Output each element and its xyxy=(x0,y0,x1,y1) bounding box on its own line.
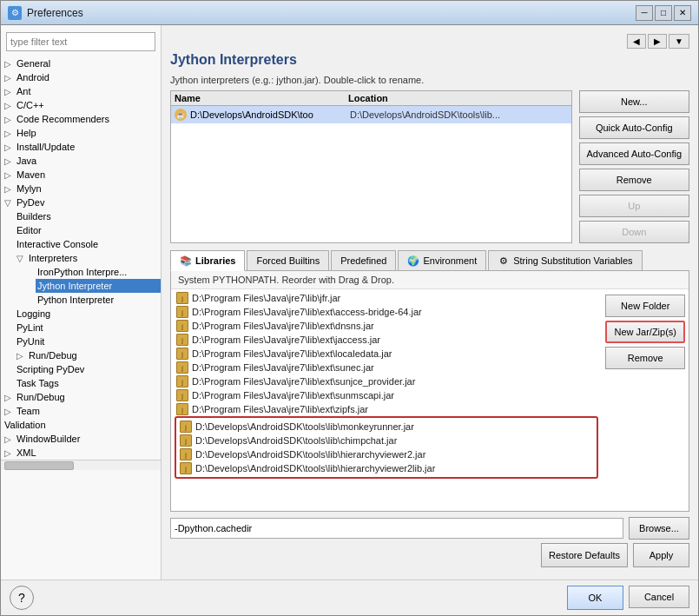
sidebar-item-pyunit[interactable]: PyUnit xyxy=(15,334,161,348)
sidebar-label-builders: Builders xyxy=(16,211,51,222)
lib-item-6[interactable]: j D:\Program Files\Java\jre7\lib\ext\sun… xyxy=(175,374,598,388)
jar-icon-2: j xyxy=(176,320,188,332)
sidebar-item-ironpython[interactable]: IronPython Interpre... xyxy=(36,265,161,279)
sidebar-item-windowbuilder[interactable]: ▷ WindowBuilder xyxy=(1,432,161,446)
expand-arrow-mylyn: ▷ xyxy=(4,184,15,194)
help-button[interactable]: ? xyxy=(10,586,34,610)
new-jar-zip-button[interactable]: New Jar/Zip(s) xyxy=(605,321,685,343)
sidebar-label-team: Team xyxy=(16,406,40,416)
sidebar-item-jython[interactable]: Jython Interpreter xyxy=(36,279,161,293)
restore-apply-bar: Restore Defaults Apply xyxy=(170,543,689,571)
sidebar-item-xml[interactable]: ▷ XML xyxy=(1,446,161,460)
highlighted-lib-group: j D:\Develops\AndroidSDK\tools\lib\monke… xyxy=(175,416,598,479)
tab-environment[interactable]: 🌍 Environment xyxy=(398,250,486,270)
sidebar-item-general[interactable]: ▷ General xyxy=(1,56,161,70)
interp-table-header: Name Location xyxy=(171,91,571,106)
tab-libraries[interactable]: 📚 Libraries xyxy=(170,250,245,271)
new-folder-button[interactable]: New Folder xyxy=(605,295,685,317)
filter-input[interactable] xyxy=(6,32,155,51)
maximize-button[interactable]: □ xyxy=(655,5,672,21)
sidebar-item-python[interactable]: Python Interpreter xyxy=(36,293,161,307)
sidebar-item-pylint[interactable]: PyLint xyxy=(15,321,161,334)
sidebar-scrollbar-h[interactable] xyxy=(1,460,161,470)
sidebar-label-editor: Editor xyxy=(16,225,42,235)
sidebar-item-maven[interactable]: ▷ Maven xyxy=(1,168,161,182)
sidebar-item-tasktags[interactable]: Task Tags xyxy=(15,376,161,390)
preferences-dialog: ⚙ Preferences ─ □ ✕ ▷ General ▷ Android xyxy=(0,0,699,616)
sidebar-item-interactive[interactable]: Interactive Console xyxy=(15,237,161,251)
sidebar-item-interpreters[interactable]: ▽ Interpreters xyxy=(15,251,161,265)
advanced-auto-config-button[interactable]: Advanced Auto-Config xyxy=(579,142,689,165)
tab-predefined[interactable]: Predefined xyxy=(331,250,396,270)
nav-forward-button[interactable]: ▶ xyxy=(648,34,667,49)
close-button[interactable]: ✕ xyxy=(674,5,691,21)
lib-path-4: D:\Program Files\Java\jre7\lib\ext\local… xyxy=(192,348,392,359)
lib-item-9[interactable]: j D:\Develops\AndroidSDK\tools\lib\monke… xyxy=(178,420,595,434)
remove-lib-button[interactable]: Remove xyxy=(605,347,685,369)
lib-item-3[interactable]: j D:\Program Files\Java\jre7\lib\ext\jac… xyxy=(175,333,598,347)
expand-arrow-ant: ▷ xyxy=(4,87,15,96)
lib-item-0[interactable]: j D:\Program Files\Java\jre7\lib\jfr.jar xyxy=(175,291,598,305)
sidebar-scroll-thumb-h[interactable] xyxy=(4,461,74,470)
sidebar-item-rundebug2[interactable]: ▷ Run/Debug xyxy=(1,390,161,404)
sidebar-item-editor[interactable]: Editor xyxy=(15,223,161,237)
path-input[interactable] xyxy=(170,518,623,539)
lib-item-2[interactable]: j D:\Program Files\Java\jre7\lib\ext\dns… xyxy=(175,319,598,333)
sidebar-item-install[interactable]: ▷ Install/Update xyxy=(1,140,161,154)
expand-arrow-install: ▷ xyxy=(4,142,15,152)
tab-string-substitution[interactable]: ⚙ String Substitution Variables xyxy=(488,250,642,270)
bottom-section: Browse... xyxy=(170,512,689,543)
sidebar-item-validation[interactable]: Validation xyxy=(1,418,161,432)
lib-item-10[interactable]: j D:\Develops\AndroidSDK\tools\lib\chimp… xyxy=(178,434,595,447)
minimize-button[interactable]: ─ xyxy=(636,5,653,21)
apply-button[interactable]: Apply xyxy=(633,543,689,567)
nav-dropdown-button[interactable]: ▼ xyxy=(669,34,689,49)
nav-back-button[interactable]: ◀ xyxy=(627,34,646,49)
sidebar-item-android[interactable]: ▷ Android xyxy=(1,70,161,84)
sidebar-item-rundebug[interactable]: ▷ Run/Debug xyxy=(15,348,161,362)
down-button[interactable]: Down xyxy=(579,221,689,243)
tab-content-header: System PYTHONPATH. Reorder with Drag & D… xyxy=(171,271,689,289)
sidebar-item-logging[interactable]: Logging xyxy=(15,307,161,321)
sidebar-item-team[interactable]: ▷ Team xyxy=(1,404,161,418)
sidebar-item-help[interactable]: ▷ Help xyxy=(1,126,161,140)
up-button[interactable]: Up xyxy=(579,195,689,217)
tab-forced-builtins[interactable]: Forced Builtins xyxy=(247,250,329,270)
lib-item-11[interactable]: j D:\Develops\AndroidSDK\tools\lib\hiera… xyxy=(178,447,595,461)
sidebar-label-rundebug2: Run/Debug xyxy=(16,392,65,402)
restore-defaults-button[interactable]: Restore Defaults xyxy=(541,543,628,567)
expand-arrow-cpp: ▷ xyxy=(4,101,15,110)
sidebar-label-maven: Maven xyxy=(16,169,45,180)
new-button[interactable]: New... xyxy=(579,90,689,113)
title-bar: ⚙ Preferences ─ □ ✕ xyxy=(1,1,698,25)
sidebar-item-mylyn[interactable]: ▷ Mylyn xyxy=(1,182,161,195)
ok-button[interactable]: OK xyxy=(567,586,623,610)
sidebar-item-cpp[interactable]: ▷ C/C++ xyxy=(1,98,161,112)
lib-item-7[interactable]: j D:\Program Files\Java\jre7\lib\ext\sun… xyxy=(175,388,598,402)
sidebar-item-scripting[interactable]: Scripting PyDev xyxy=(15,362,161,376)
lib-item-5[interactable]: j D:\Program Files\Java\jre7\lib\ext\sun… xyxy=(175,361,598,374)
lib-list[interactable]: j D:\Program Files\Java\jre7\lib\jfr.jar… xyxy=(171,289,602,511)
lib-path-12: D:\Develops\AndroidSDK\tools\lib\hierarc… xyxy=(195,463,435,474)
sidebar-label-mylyn: Mylyn xyxy=(16,183,42,194)
lib-path-10: D:\Develops\AndroidSDK\tools\lib\chimpch… xyxy=(195,435,397,446)
sidebar-item-pydev[interactable]: ▽ PyDev xyxy=(1,195,161,209)
interpreter-row-0[interactable]: ☕ D:\Develops\AndroidSDK\too D:\Develops… xyxy=(171,106,571,123)
lib-item-1[interactable]: j D:\Program Files\Java\jre7\lib\ext\acc… xyxy=(175,305,598,319)
browse-button[interactable]: Browse... xyxy=(629,517,689,540)
sidebar-item-builders[interactable]: Builders xyxy=(15,209,161,223)
cancel-button[interactable]: Cancel xyxy=(629,586,689,608)
sidebar-item-java[interactable]: ▷ Java xyxy=(1,154,161,168)
sidebar-item-ant[interactable]: ▷ Ant xyxy=(1,84,161,98)
sidebar-item-coderecommenders[interactable]: ▷ Code Recommenders xyxy=(1,112,161,126)
lib-item-4[interactable]: j D:\Program Files\Java\jre7\lib\ext\loc… xyxy=(175,347,598,361)
filter-box xyxy=(6,32,155,51)
lib-item-12[interactable]: j D:\Develops\AndroidSDK\tools\lib\hiera… xyxy=(178,461,595,475)
quick-auto-config-button[interactable]: Quick Auto-Config xyxy=(579,116,689,139)
jar-icon-3: j xyxy=(176,334,188,346)
expand-arrow-code: ▷ xyxy=(4,115,15,124)
lib-item-8[interactable]: j D:\Program Files\Java\jre7\lib\ext\zip… xyxy=(175,402,598,416)
remove-interp-button[interactable]: Remove xyxy=(579,169,689,191)
jar-icon-12: j xyxy=(180,462,192,474)
interpreter-name-0: D:\Develops\AndroidSDK\too xyxy=(190,109,346,120)
